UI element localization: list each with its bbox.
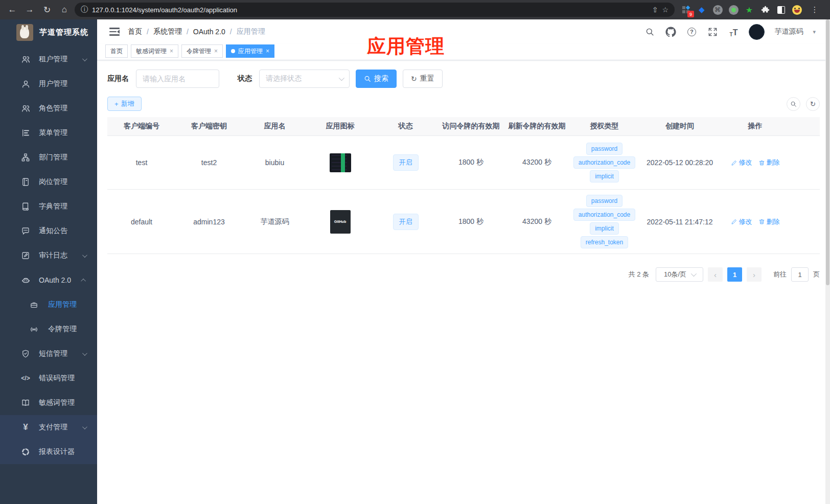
sidebar-item-user[interactable]: 用户管理 xyxy=(0,72,97,96)
browser-forward-button[interactable]: → xyxy=(22,3,37,17)
breadcrumb: 首页 / 系统管理 / OAuth 2.0 / 应用管理 xyxy=(128,27,265,36)
tab-sensitive[interactable]: 敏感词管理× xyxy=(131,44,178,58)
sidebar-item-notice[interactable]: 通知公告 xyxy=(0,219,97,243)
extension-star-icon[interactable]: ★ xyxy=(744,5,754,15)
app-logo xyxy=(16,24,33,41)
grant-type-tag: password xyxy=(586,195,622,207)
browser-home-button[interactable]: ⌂ xyxy=(57,3,72,17)
active-dot xyxy=(231,49,235,53)
chevron-down-icon xyxy=(82,351,87,356)
extension-command-icon[interactable]: ⌘ xyxy=(712,5,723,15)
delete-button[interactable]: 删除 xyxy=(758,217,780,226)
delete-button[interactable]: 删除 xyxy=(758,158,780,167)
sidebar-item-menu[interactable]: 菜单管理 xyxy=(0,121,97,145)
sidebar-item-oauth[interactable]: OAuth 2.0 xyxy=(0,268,97,292)
table-toolbar: + 新增 ↻ xyxy=(107,97,820,111)
refresh-icon: ↻ xyxy=(810,100,816,108)
add-button[interactable]: + 新增 xyxy=(107,97,142,111)
status-label: 状态 xyxy=(238,74,252,83)
plus-icon: + xyxy=(114,100,119,108)
org-chart-icon xyxy=(20,152,31,163)
tree-list-icon xyxy=(20,128,31,138)
profile-avatar-icon[interactable] xyxy=(792,5,802,15)
annotation-title: 应用管理 xyxy=(367,34,445,59)
applications-table: 客户端编号 客户端密钥 应用名 应用图标 状态 访问令牌的有效期 刷新令牌的有效… xyxy=(107,117,820,254)
tab-application[interactable]: 应用管理× xyxy=(226,44,274,58)
extension-grid-icon[interactable]: 9 xyxy=(681,5,691,15)
table-search-toggle-button[interactable] xyxy=(787,97,800,111)
extension-gem-icon[interactable]: ◆ xyxy=(697,5,707,15)
edit-button[interactable]: 修改 xyxy=(731,158,752,167)
search-icon[interactable] xyxy=(644,26,655,37)
sidebar-item-pay[interactable]: ¥ 支付管理 xyxy=(0,415,97,440)
goto-page-input[interactable] xyxy=(791,267,809,282)
sidebar-item-role[interactable]: 角色管理 xyxy=(0,96,97,121)
tab-home[interactable]: 首页 xyxy=(105,44,128,58)
page-size-select[interactable]: 10条/页 xyxy=(656,267,703,282)
pagination: 共 2 条 10条/页 ‹ 1 › 前往 页 xyxy=(107,267,820,282)
github-icon[interactable] xyxy=(665,26,676,37)
prev-page-button[interactable]: ‹ xyxy=(708,267,723,282)
grant-type-tag: authorization_code xyxy=(573,156,635,169)
sidepanel-icon[interactable] xyxy=(776,5,786,15)
briefcase-icon xyxy=(29,300,39,310)
chevron-down-icon xyxy=(339,75,344,81)
user-menu-caret-icon[interactable]: ▾ xyxy=(813,29,816,35)
bookmark-star-icon[interactable]: ☆ xyxy=(662,6,668,14)
breadcrumb-oauth[interactable]: OAuth 2.0 xyxy=(193,28,225,36)
sidebar-item-sms[interactable]: 短信管理 xyxy=(0,341,97,366)
browser-menu-icon[interactable]: ⋮ xyxy=(808,3,822,17)
fullscreen-icon[interactable] xyxy=(707,26,718,37)
help-icon[interactable]: ? xyxy=(686,26,697,37)
user-avatar[interactable] xyxy=(749,24,765,40)
sidebar-item-application[interactable]: 应用管理 xyxy=(0,292,97,317)
sidebar-item-sensitive[interactable]: 敏感词管理 xyxy=(0,391,97,415)
header-actions: ? TT 芋道源码 ▾ xyxy=(644,24,816,40)
search-button[interactable]: 搜索 xyxy=(356,70,397,88)
scrollbar-thumb[interactable] xyxy=(826,19,829,285)
extensions-puzzle-icon[interactable] xyxy=(760,5,770,15)
extension-recorder-icon[interactable] xyxy=(728,5,739,15)
main-area: 应用管理 首页 / 系统管理 / OAuth 2.0 / 应用管理 ? TT 芋… xyxy=(97,19,830,504)
sidebar-item-tenant[interactable]: 租户管理 xyxy=(0,47,97,72)
browser-back-button[interactable]: ← xyxy=(5,3,19,17)
page-number-button[interactable]: 1 xyxy=(727,267,742,282)
page-scrollbar[interactable] xyxy=(825,19,830,504)
close-icon[interactable]: × xyxy=(214,48,218,55)
sidebar-menu: 租户管理 用户管理 角色管理 菜单管理 部门管理 岗位管理 xyxy=(0,45,97,464)
grant-type-tag: authorization_code xyxy=(573,209,635,221)
sidebar-item-post[interactable]: 岗位管理 xyxy=(0,170,97,194)
close-icon[interactable]: × xyxy=(170,48,173,55)
signal-icon xyxy=(29,324,39,334)
sidebar-item-dept[interactable]: 部门管理 xyxy=(0,145,97,170)
address-bar[interactable]: ⓘ 127.0.0.1:1024/system/oauth2/oauth2/ap… xyxy=(75,3,675,17)
next-page-button[interactable]: › xyxy=(747,267,762,282)
sidebar-item-audit[interactable]: 审计日志 xyxy=(0,243,97,268)
share-icon[interactable]: ⇧ xyxy=(652,6,658,14)
table-refresh-button[interactable]: ↻ xyxy=(806,97,820,111)
breadcrumb-home[interactable]: 首页 xyxy=(128,27,142,36)
breadcrumb-system[interactable]: 系统管理 xyxy=(153,27,182,36)
browser-reload-button[interactable]: ↻ xyxy=(40,3,54,17)
reset-button[interactable]: ↻ 重置 xyxy=(403,70,443,88)
site-info-icon[interactable]: ⓘ xyxy=(81,5,88,14)
filter-form: 应用名 状态 请选择状态 搜索 ↻ 重置 xyxy=(107,70,820,88)
sidebar-item-token[interactable]: 令牌管理 xyxy=(0,317,97,341)
sidebar-item-errcode[interactable]: </> 错误码管理 xyxy=(0,366,97,391)
sidebar-toggle-icon[interactable] xyxy=(109,28,120,36)
username[interactable]: 芋道源码 xyxy=(774,27,803,36)
app-name-input[interactable] xyxy=(136,70,219,88)
sidebar-item-dict[interactable]: 字典管理 xyxy=(0,194,97,219)
shield-check-icon xyxy=(20,349,31,359)
open-book-icon xyxy=(20,398,31,408)
users-icon xyxy=(20,54,31,64)
font-size-icon[interactable]: TT xyxy=(728,26,739,37)
edit-button[interactable]: 修改 xyxy=(731,217,752,226)
close-icon[interactable]: × xyxy=(266,48,269,55)
sidebar-item-report[interactable]: 报表设计器 xyxy=(0,440,97,464)
status-select[interactable]: 请选择状态 xyxy=(259,70,350,88)
tab-token[interactable]: 令牌管理× xyxy=(181,44,223,58)
message-icon xyxy=(20,226,31,236)
pencil-icon xyxy=(731,159,737,166)
pencil-icon xyxy=(731,218,737,225)
